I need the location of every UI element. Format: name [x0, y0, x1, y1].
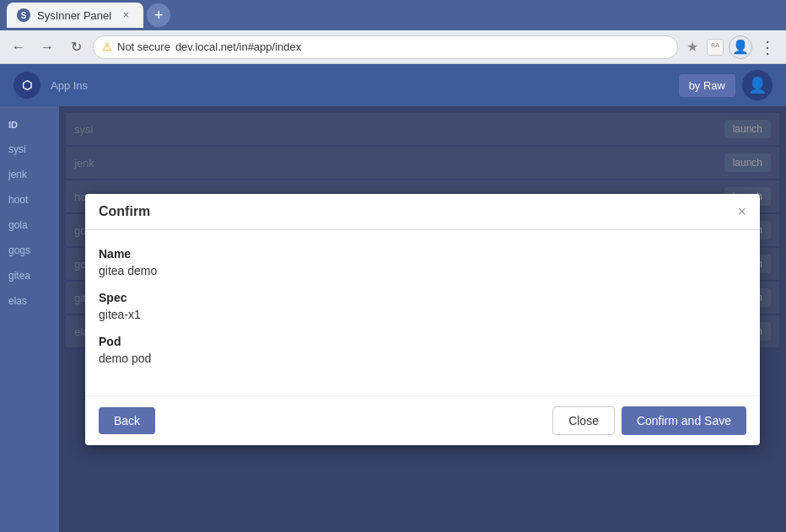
modal-body: Name gitea demo Spec gitea-x1 Pod demo p… — [85, 230, 760, 395]
view-raw-button[interactable]: by Raw — [679, 74, 735, 97]
app-header-right: by Raw 👤 — [679, 70, 773, 100]
reader-mode-button[interactable]: ᴿᴬ — [707, 39, 724, 56]
close-button[interactable]: Close — [552, 406, 615, 435]
lock-icon: ⚠ — [102, 40, 112, 53]
back-button[interactable]: ← — [7, 35, 30, 59]
sidebar: ID sysi jenk hoot gola gogs gitea elas — [0, 106, 59, 532]
browser-tab[interactable]: S SysInner Panel × — [7, 3, 143, 28]
modal-footer-right: Close Confirm and Save — [552, 406, 746, 435]
modal-title: Confirm — [99, 204, 150, 219]
confirm-and-save-button[interactable]: Confirm and Save — [622, 406, 746, 435]
forward-button[interactable]: → — [35, 35, 59, 59]
sidebar-item-id-label: ID — [0, 113, 59, 137]
app-header: ⬡ App Ins by Raw 👤 — [0, 64, 786, 106]
address-url: dev.local.net/in#app/index — [175, 40, 301, 53]
modal-close-x-button[interactable]: × — [737, 204, 746, 219]
profile-button[interactable]: 👤 — [729, 35, 752, 59]
tab-title: SysInner Panel — [37, 9, 111, 22]
sidebar-item-jenk[interactable]: jenk — [0, 162, 59, 187]
tab-close-button[interactable]: × — [118, 8, 133, 23]
more-options-button[interactable]: ⋮ — [756, 35, 779, 59]
modal-header: Confirm × — [85, 194, 760, 230]
sidebar-item-hoot[interactable]: hoot — [0, 187, 59, 212]
name-value: gitea demo — [99, 264, 746, 277]
tab-favicon: S — [17, 8, 30, 22]
sidebar-item-gola[interactable]: gola — [0, 212, 59, 238]
confirm-modal: Confirm × Name gitea demo Spec gitea-x1 … — [85, 194, 760, 445]
sidebar-item-gogs[interactable]: gogs — [0, 238, 59, 263]
new-tab-button[interactable]: + — [147, 3, 170, 27]
user-avatar[interactable]: 👤 — [742, 70, 773, 100]
main-content: sysi launch jenk launch hoot launch gola… — [59, 106, 786, 532]
address-bar[interactable]: ⚠ Not secure dev.local.net/in#app/index — [93, 35, 678, 59]
spec-label: Spec — [99, 291, 746, 304]
app-nav-label[interactable]: App Ins — [51, 79, 88, 92]
app-body: ID sysi jenk hoot gola gogs gitea elas s… — [0, 106, 786, 532]
sidebar-item-gitea[interactable]: gitea — [0, 263, 59, 288]
sidebar-item-sysi[interactable]: sysi — [0, 137, 59, 162]
browser-toolbar: ← → ↻ ⚠ Not secure dev.local.net/in#app/… — [0, 30, 786, 64]
back-button[interactable]: Back — [99, 407, 155, 434]
browser-window: S SysInner Panel × + ← → ↻ ⚠ Not secure … — [0, 0, 786, 532]
pod-value: demo pod — [99, 352, 746, 365]
refresh-button[interactable]: ↻ — [64, 35, 88, 59]
sidebar-item-elas[interactable]: elas — [0, 288, 59, 314]
modal-overlay: Confirm × Name gitea demo Spec gitea-x1 … — [59, 106, 786, 532]
modal-footer: Back Close Confirm and Save — [85, 395, 760, 445]
app-logo: ⬡ — [13, 72, 40, 99]
bookmark-icon[interactable]: ★ — [683, 39, 702, 55]
name-label: Name — [99, 247, 746, 261]
toolbar-right: 👤 ⋮ — [729, 35, 779, 59]
spec-value: gitea-x1 — [99, 308, 746, 321]
app-content: ⬡ App Ins by Raw 👤 ID sysi jenk hoot gol… — [0, 64, 786, 532]
not-secure-label: Not secure — [117, 40, 170, 53]
pod-label: Pod — [99, 335, 746, 348]
browser-titlebar: S SysInner Panel × + — [0, 0, 786, 30]
